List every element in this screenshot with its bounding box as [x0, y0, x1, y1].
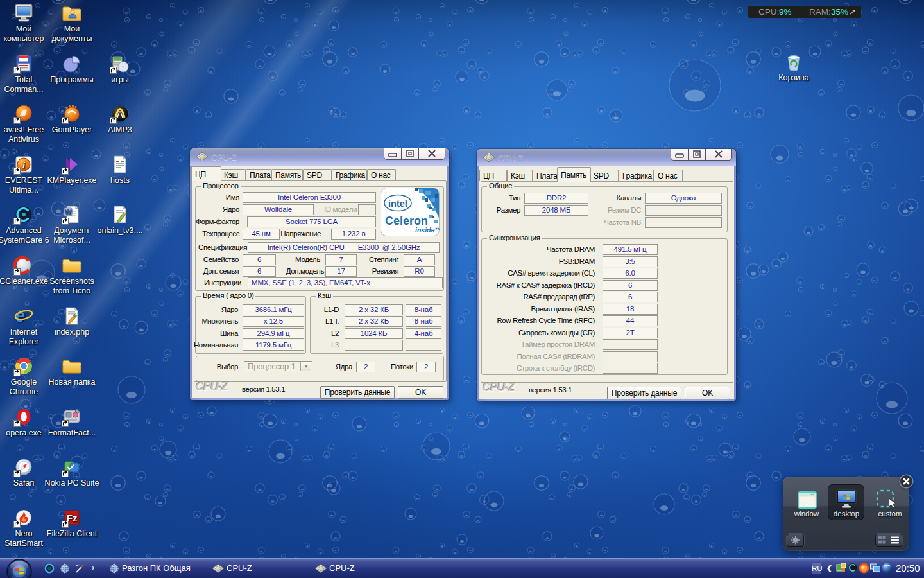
svg-text:e: e [15, 306, 25, 326]
svg-text:W: W [65, 208, 72, 216]
svg-text:intel: intel [388, 198, 407, 209]
svg-text:Celeron: Celeron [385, 215, 428, 227]
svg-text:inside™: inside™ [415, 226, 440, 234]
